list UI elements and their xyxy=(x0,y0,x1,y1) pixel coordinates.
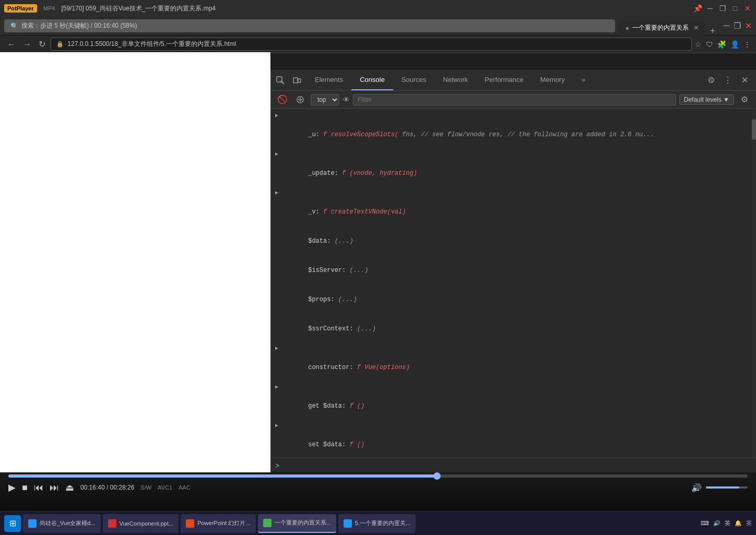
console-filter-input[interactable] xyxy=(353,94,676,105)
volume-fill xyxy=(706,486,739,489)
console-line: $data: (...) xyxy=(271,227,756,256)
console-line: ▶ _v: f createTextVNode(val) xyxy=(271,188,756,227)
system-tray: ⌨ 🔊 英 🔔 英 xyxy=(701,519,752,527)
address-bar[interactable]: 🔒 127.0.0.1:5500/18_非单文件组件/5.一个重要的内置关系.h… xyxy=(51,38,692,51)
close-button[interactable]: ✕ xyxy=(743,4,752,13)
expand-arrow[interactable]: ▶ xyxy=(275,421,278,431)
menu-icon[interactable]: ⋮ xyxy=(743,40,751,49)
prev-button[interactable]: ⏮ xyxy=(34,482,43,493)
webpage-content xyxy=(0,52,270,472)
browser-restore[interactable]: ❐ xyxy=(734,21,741,31)
ime-indicator[interactable]: 英 xyxy=(725,519,730,527)
tab-console[interactable]: Console xyxy=(351,70,393,90)
console-line: ▶ get $data: f () xyxy=(271,382,756,421)
expand-arrow[interactable]: ▶ xyxy=(275,188,278,198)
device-toolbar-button[interactable] xyxy=(290,73,304,88)
title-bar: PotPlayer MP4 [59/170] 059_尚硅谷Vue技术_一个重要… xyxy=(0,0,756,17)
notification-icon[interactable]: 🔔 xyxy=(735,520,742,527)
taskbar-icon-4 xyxy=(263,519,271,527)
browser-minimize[interactable]: ─ xyxy=(724,21,729,31)
inspect-element-button[interactable] xyxy=(273,73,288,88)
forward-button[interactable]: → xyxy=(21,39,33,50)
devtools-panel: Elements Console Sources Network Perform… xyxy=(270,70,756,472)
devtools-more-button[interactable]: ⋮ xyxy=(720,73,735,88)
eye-icon[interactable]: 👁 xyxy=(342,96,350,104)
tab-close-button[interactable]: ✕ xyxy=(694,25,699,31)
taskbar-item-1[interactable]: 尚硅谷_Vue全家桶d... xyxy=(23,514,101,533)
taskbar-item-3[interactable]: PowerPoint 幻灯片... xyxy=(181,514,255,533)
expand-arrow[interactable]: ▶ xyxy=(275,111,278,121)
console-line: $ssrContext: (...) xyxy=(271,314,756,343)
progress-dot xyxy=(433,472,441,480)
format-aac: AAC xyxy=(179,484,191,491)
console-line: ▶ _u: f resolveScopeSlots( fns, // see f… xyxy=(271,111,756,149)
devtools-main-tabs: Elements Console Sources Network Perform… xyxy=(306,70,594,90)
console-line: ▶ set $data: f () xyxy=(271,421,756,458)
start-button[interactable]: ⊞ xyxy=(4,515,21,532)
tab-memory[interactable]: Memory xyxy=(532,70,573,90)
browser-close[interactable]: ✕ xyxy=(745,21,752,31)
browser-search-bar[interactable]: 🔍 搜索：步进 5 秒(关键帧) / 00:16:40 (58%) xyxy=(4,19,615,32)
console-line: ▶ _update: f (vnode, hydrating) xyxy=(271,149,756,188)
clear-console-button[interactable]: 🚫 xyxy=(275,92,290,107)
tab-elements[interactable]: Elements xyxy=(306,70,351,90)
extension-icon[interactable]: 🛡 xyxy=(706,40,713,49)
svg-rect-3 xyxy=(298,79,301,82)
taskbar-icon-1 xyxy=(28,519,37,528)
volume-tray-icon[interactable]: 🔊 xyxy=(713,520,720,527)
tab-favicon: ● xyxy=(625,25,629,32)
maximize-button[interactable]: □ xyxy=(731,4,739,13)
console-settings-button[interactable]: ⚙ xyxy=(737,92,752,107)
console-prompt[interactable]: > xyxy=(271,458,756,472)
volume-slider[interactable] xyxy=(706,486,748,489)
taskbar-label-2: VueComponent.ppt... xyxy=(120,520,174,527)
keyboard-icon[interactable]: ⌨ xyxy=(701,520,709,527)
progress-fill xyxy=(8,474,437,478)
profile-icon[interactable]: 👤 xyxy=(730,40,739,49)
progress-bar[interactable] xyxy=(8,474,748,478)
volume-controls: 🔊 xyxy=(691,483,748,493)
tab-sources[interactable]: Sources xyxy=(393,70,435,90)
pin-button[interactable]: 📌 xyxy=(693,4,702,13)
expand-arrow[interactable]: ▶ xyxy=(275,383,278,392)
console-scrollbar[interactable] xyxy=(752,109,756,458)
taskbar-item-2[interactable]: VueComponent.ppt... xyxy=(103,514,179,533)
new-tab-button[interactable]: + xyxy=(706,26,719,35)
format-sw: S/W xyxy=(140,484,151,491)
eject-button[interactable]: ⏏ xyxy=(65,482,74,493)
bookmark-icon[interactable]: ☆ xyxy=(695,40,702,49)
devtools-action-icons xyxy=(271,73,306,88)
next-button[interactable]: ⏭ xyxy=(50,482,59,493)
log-levels-button[interactable]: Default levels ▼ xyxy=(679,94,734,105)
taskbar-item-4[interactable]: 一个重要的内置关系... xyxy=(258,514,336,533)
tab-performance[interactable]: Performance xyxy=(476,70,531,90)
stop-button[interactable]: ■ xyxy=(22,482,28,493)
taskbar-label-1: 尚硅谷_Vue全家桶d... xyxy=(40,519,96,527)
browser-window-controls: ─ ❐ ✕ xyxy=(724,21,752,31)
expand-arrow[interactable]: ▶ xyxy=(275,150,278,159)
devtools-close-button[interactable]: ✕ xyxy=(737,73,752,88)
format-avc1: AVC1 xyxy=(158,484,172,491)
lock-icon: 🔒 xyxy=(56,41,64,47)
browser-search-bar-row: 🔍 搜索：步进 5 秒(关键帧) / 00:16:40 (58%) ● 一个重要… xyxy=(0,17,756,35)
tab-network[interactable]: Network xyxy=(435,70,477,90)
video-controls: ▶ ■ ⏮ ⏭ ⏏ 00:16:40 / 00:28:26 S/W AVC1 A… xyxy=(0,472,756,511)
taskbar-item-5[interactable]: 5.一个重要的内置关... xyxy=(338,514,416,533)
volume-icon[interactable]: 🔊 xyxy=(691,483,702,493)
back-button[interactable]: ← xyxy=(5,39,18,50)
minimize-button[interactable]: ─ xyxy=(706,4,714,13)
active-browser-tab[interactable]: ● 一个重要的内置关系 ✕ xyxy=(619,21,705,35)
potplayer-logo[interactable]: PotPlayer xyxy=(4,4,37,13)
devtools-settings-button[interactable]: ⚙ xyxy=(704,73,718,88)
context-selector[interactable]: top xyxy=(311,94,339,105)
tab-more[interactable]: » xyxy=(573,70,594,90)
reload-button[interactable]: ↻ xyxy=(37,38,48,50)
scrollbar-thumb xyxy=(752,119,756,140)
extensions-icon[interactable]: 🧩 xyxy=(717,40,726,49)
expand-arrow[interactable]: ▶ xyxy=(275,344,278,353)
restore-button[interactable]: ❐ xyxy=(718,4,727,13)
console-toolbar: 🚫 top 👁 Default levels ▼ ⚙ xyxy=(271,91,756,109)
play-button[interactable]: ▶ xyxy=(8,482,16,493)
window-controls: 📌 ─ ❐ □ ✕ xyxy=(693,4,752,13)
taskbar-icon-3 xyxy=(186,519,194,528)
